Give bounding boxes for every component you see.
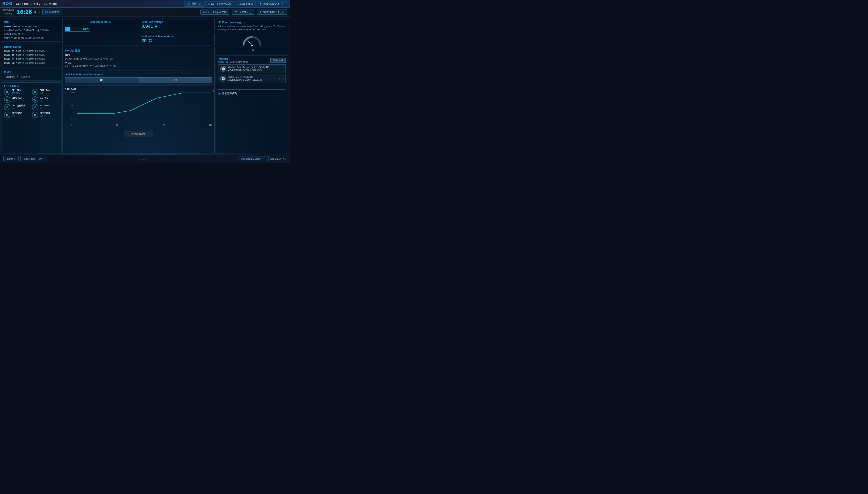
fan-ext3-info: EXT FAN3 N/A xyxy=(40,112,50,118)
fan-ext2-icon: ✿ xyxy=(4,112,11,118)
header-title: UEFI BIOS Utility – EZ Mode xyxy=(16,2,181,5)
footer-right: Advanced Mode(F7)|→ Search on FAQ xyxy=(238,156,286,161)
dram-b1: DIMM_B1: A-DATA 16384MB 2666MHz xyxy=(4,57,59,61)
fan-curve-line xyxy=(77,93,210,114)
time-display: 16:26 ⚙ xyxy=(17,9,36,16)
dram-title: DRAM Status xyxy=(4,45,59,48)
footer: 默认(F5) 保存并退出（F10） DELL Advanced Mode(F7)… xyxy=(0,155,290,163)
fan-cha1[interactable]: ✿ CHA1 FAN N/A xyxy=(32,89,59,95)
footer-brand: DELL xyxy=(139,158,147,160)
ai-title: AI Overclocking xyxy=(218,21,286,24)
aura-icon: ✦ xyxy=(259,2,261,5)
asus-logo: ROG xyxy=(2,1,13,6)
boot-header-left: 启动顺序 Choose one and drag the items. xyxy=(218,57,248,63)
system-info-title: 信息 xyxy=(4,20,59,24)
fan-chart-svg xyxy=(77,92,210,119)
rst-title: Intel Rapid Storage Technology xyxy=(65,73,212,76)
xmp-section: X.M.P. Disabled Profile1 Profile2 ▼ Disa… xyxy=(2,69,61,81)
thermo-fill xyxy=(65,27,70,31)
fan-cha2-info: CHA2 FAN N/A xyxy=(12,97,22,102)
chart-temp-unit: °C xyxy=(212,90,214,92)
voltage-title: CPU Core Voltage xyxy=(142,21,212,23)
search-button[interactable]: ? Search(F9) xyxy=(235,1,256,6)
boot-item-ubuntu-text: ubuntu (M.2_1: SAMSUNGMZVLB512HAJQ-00000… xyxy=(228,76,276,81)
fan-ext3[interactable]: ✿ EXT FAN3 N/A xyxy=(32,112,59,118)
fan-ext3-icon: ✿ xyxy=(32,112,38,118)
middle-column: CPU Temperature 26°C CPU Core Voltage 0.… xyxy=(62,18,215,153)
aura-button2[interactable]: ✦ AURA ON/OFF(F4) xyxy=(257,10,287,15)
fan-ext1[interactable]: ✿ EXT FAN1 N/A xyxy=(32,104,59,110)
aura2-icon: ✦ xyxy=(259,11,261,14)
gauge-label: 一般 xyxy=(250,49,254,52)
cpu-temp-label: CPU Temperature xyxy=(90,21,111,23)
xmp-title: X.M.P. xyxy=(4,71,59,74)
fan-cpu-opt-info: CPU 选配风扇 N/A xyxy=(12,104,25,110)
rst-toggle: On Off xyxy=(65,77,212,83)
globe-icon: 🌐 xyxy=(187,2,191,5)
boot-item-windows[interactable]: 💿 Windows Boot Manager (M.2_1: SAMSUNGMZ… xyxy=(218,64,286,73)
boot-order-desc: Choose one and drag the items. xyxy=(218,61,248,63)
right-column: AI Overclocking Click the icon below to … xyxy=(216,18,288,153)
date-block: 02/08/2024 Thursday xyxy=(2,9,14,15)
dram-a2: DIMM_A2: A-DATA 16384MB 2666MHz xyxy=(4,53,59,57)
wizard-icon: ◎ xyxy=(208,2,210,5)
gauge-svg[interactable] xyxy=(241,33,263,48)
fan-m2[interactable]: ✿ M.2 FAN N/A xyxy=(32,96,59,103)
rst-on-button[interactable]: On xyxy=(65,78,139,82)
language-button[interactable]: 🌐 简体中文 xyxy=(184,1,204,6)
default-button[interactable]: 默认(F5) xyxy=(3,156,19,162)
fan-cha1-icon: ✿ xyxy=(32,89,38,95)
mb-temp-value: 20°C xyxy=(142,38,212,43)
boot-item-ubuntu[interactable]: 💿 ubuntu (M.2_1: SAMSUNGMZVLB512HAJQ-000… xyxy=(218,74,286,83)
storage-ahci: AHCI: SATA6G_6: HGST HUS726T4TALE6L4 (40… xyxy=(65,54,212,61)
ez-tuning-button2[interactable]: ◎ EZ Tuning Wizard xyxy=(200,10,229,15)
save-exit-button[interactable]: 保存并退出（F10） xyxy=(20,156,47,162)
asterisk-icon: ✳ xyxy=(218,92,221,95)
xmp-select[interactable]: Disabled Profile1 Profile2 xyxy=(4,75,19,79)
fan-chart-container: 100 50 0 °C xyxy=(77,92,210,119)
fan-chart-title: CPU FAN xyxy=(65,88,212,91)
search-button2[interactable]: [?] Search(F9) xyxy=(232,10,254,15)
advanced-mode-button[interactable]: Advanced Mode(F7)|→ xyxy=(238,156,269,161)
xmp-row: Disabled Profile1 Profile2 ▼ Disabled xyxy=(4,75,59,79)
fan-ext2[interactable]: ✿ EXT FAN2 N/A xyxy=(4,112,31,118)
question-icon: ? xyxy=(238,2,239,5)
left-column: 信息 PRIME Z390-A BIOS Ver. 1201 Intel(R) … xyxy=(2,18,61,153)
faq-button[interactable]: Search on FAQ xyxy=(270,158,286,160)
ez-tuning-button[interactable]: ◎ EZ Tuning Wizard xyxy=(205,1,234,6)
header-nav: 🌐 简体中文 ◎ EZ Tuning Wizard ? Search(F9) ✦… xyxy=(184,1,287,6)
fan-cha1-info: CHA1 FAN N/A xyxy=(40,89,50,95)
xmp-status: Disabled xyxy=(21,75,30,78)
rst-off-button[interactable]: Off xyxy=(139,78,212,82)
svg-point-2 xyxy=(251,45,253,46)
fan-m2-info: M.2 FAN N/A xyxy=(40,97,48,102)
mb-temp-section: Motherboard Temperature 20°C xyxy=(139,33,215,46)
system-info-section: 信息 PRIME Z390-A BIOS Ver. 1201 Intel(R) … xyxy=(2,18,61,41)
cpu-temp-value: 26°C xyxy=(83,28,89,31)
chart-y-bot: 0 xyxy=(71,117,72,119)
fan-cpu[interactable]: ✿ CPU FAN 895 RPM xyxy=(4,89,31,95)
fan-cha2[interactable]: ✿ CHA2 FAN N/A xyxy=(4,96,31,103)
switch-all-button[interactable]: Switch all xyxy=(270,58,286,63)
fan-ext2-info: EXT FAN2 N/A xyxy=(12,112,22,118)
language-select-button[interactable]: 🌐 简体中文 xyxy=(42,9,62,15)
settings-icon[interactable]: ⚙ xyxy=(33,10,36,14)
question2-icon: [?] xyxy=(235,11,237,14)
fan-ext1-icon: ✿ xyxy=(32,104,38,110)
startup-menu-button[interactable]: ✳ 启动菜单(F8) xyxy=(218,91,286,96)
storage-title: Storage 信息 xyxy=(65,49,212,53)
separator: | xyxy=(39,10,40,14)
dram-b2: DIMM_B2: A-DATA 16384MB 2666MHz xyxy=(4,61,59,65)
footer-buttons: 默认(F5) 保存并退出（F10） xyxy=(3,156,47,162)
fan-m2-icon: ✿ xyxy=(32,96,38,103)
fan-chart-section: CPU FAN % 100 50 0 °C xyxy=(62,86,215,153)
boot-order-title: 启动顺序 xyxy=(218,57,248,61)
svg-line-1 xyxy=(247,39,252,45)
aura-button[interactable]: ✦ AURA ON/OFF(F4) xyxy=(257,1,287,6)
dram-section: DRAM Status DIMM_A1: A-DATA 16384MB 2666… xyxy=(2,43,61,67)
ai-desc: Click the icon below to enable the AI Ov… xyxy=(218,25,286,31)
fan-adjust-button[interactable]: 手动风扇调整 xyxy=(124,131,153,137)
fan-cpu-opt[interactable]: ✿ CPU 选配风扇 N/A xyxy=(4,104,31,110)
voltage-section: CPU Core Voltage 0.941 V xyxy=(139,18,215,31)
chart-y-top: 100 xyxy=(71,92,74,94)
